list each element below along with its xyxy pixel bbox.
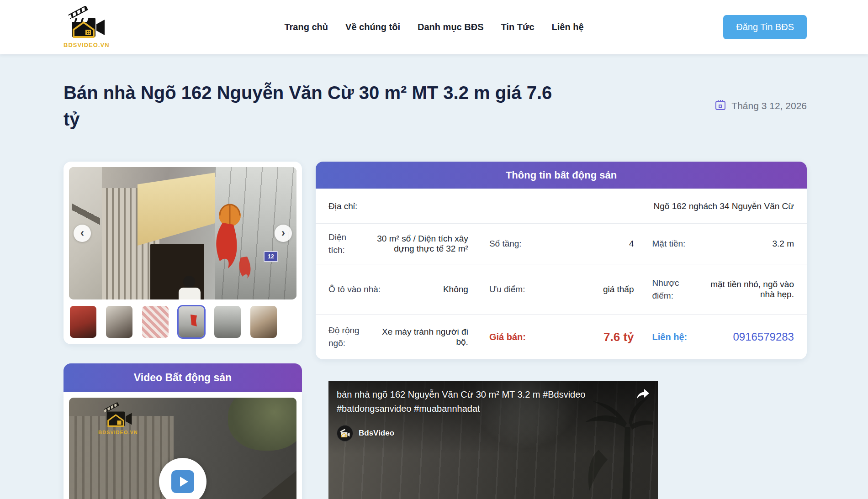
thumbnail-alley-photo xyxy=(214,306,241,338)
gallery-thumbnail[interactable] xyxy=(249,305,278,339)
nav-item-trang-chu[interactable]: Trang chủ xyxy=(284,22,328,32)
nav-item-danh-muc-bds[interactable]: Danh mục BĐS xyxy=(418,22,483,32)
property-info-card: Thông tin bất động sản Địa chỉ: Ngõ 162 … xyxy=(316,162,807,359)
video-card: BDSVIDEO.VN xyxy=(64,392,302,499)
facade-label: Mặt tiền: xyxy=(652,239,686,249)
property-info-header: Thông tin bất động sản xyxy=(316,162,807,189)
price-label: Giá bán: xyxy=(489,332,526,342)
youtube-channel-row[interactable]: BdsVideo xyxy=(337,425,394,441)
contact-label: Liên hệ: xyxy=(652,332,688,342)
alley-width-label: Độ rộng ngõ: xyxy=(328,324,373,349)
video-still-foliage xyxy=(228,398,296,451)
video-player[interactable]: BDSVIDEO.VN xyxy=(69,398,296,499)
car-access-cell: Ô tô vào nhà: Không xyxy=(328,284,473,294)
nav-item-ve-chung-toi[interactable]: Về chúng tôi xyxy=(345,22,400,32)
thumbnail-bedroom-photo xyxy=(142,306,169,338)
clapperboard-house-logo-icon xyxy=(67,6,106,41)
info-row-area-floors-facade: Diện tích: 30 m² sổ / Diện tích xây dựng… xyxy=(316,223,807,264)
play-icon xyxy=(171,470,194,493)
pros-label: Ưu điểm: xyxy=(489,284,525,294)
site-header: BDSVIDEO.VN Trang chủ Về chúng tôi Danh … xyxy=(0,0,868,54)
carousel-prev-button[interactable]: ‹ xyxy=(74,225,91,242)
area-label: Diện tích: xyxy=(328,231,353,256)
publish-date-text: Tháng 3 12, 2026 xyxy=(731,100,807,111)
facade-value: 3.2 m xyxy=(772,239,794,249)
title-row: Bán nhà Ngõ 162 Nguyễn Văn Cừ 30 m² MT 3… xyxy=(0,79,868,132)
alley-width-value: Xe máy tránh người đi bộ. xyxy=(378,327,468,347)
pros-value: giá thấp xyxy=(603,284,634,294)
price-value: 7.6 tỷ xyxy=(603,330,634,344)
video-section-header: Video Bất động sản xyxy=(64,363,302,392)
contact-phone-number[interactable]: 0916579283 xyxy=(733,331,794,343)
main-nav: Trang chủ Về chúng tôi Danh mục BĐS Tin … xyxy=(284,22,583,32)
left-column: 12 ‹ › Video Bất động sản xyxy=(64,162,302,499)
gallery-main-image[interactable]: 12 ‹ › xyxy=(69,167,296,299)
brand-name: BDSVIDEO.VN xyxy=(64,42,110,48)
photo-person-shirt xyxy=(179,288,201,299)
alley-width-cell: Độ rộng ngõ: Xe máy tránh người đi bộ. xyxy=(328,324,473,349)
floors-cell: Số tầng: 4 xyxy=(473,239,636,249)
gallery-thumbnail[interactable] xyxy=(69,305,97,339)
info-row-car-pros-cons: Ô tô vào nhà: Không Ưu điểm: giá thấp Nh… xyxy=(316,264,807,314)
post-listing-button[interactable]: Đăng Tin BĐS xyxy=(723,15,807,39)
thumbnail-alley-flag-photo xyxy=(179,306,204,337)
right-column: Thông tin bất động sản Địa chỉ: Ngõ 162 … xyxy=(316,162,807,499)
carousel-next-button[interactable]: › xyxy=(275,225,292,242)
calendar-icon xyxy=(715,99,726,113)
channel-avatar xyxy=(337,425,353,441)
info-row-address: Địa chỉ: Ngõ 162 nghách 34 Nguyễn Văn Cừ xyxy=(316,189,807,223)
watermark-text: BDSVIDEO.VN xyxy=(98,430,138,435)
address-label: Địa chỉ: xyxy=(328,201,357,211)
youtube-video-title[interactable]: bán nhà ngõ 162 Nguyễn Văn Cừ 30 m² MT 3… xyxy=(337,388,626,416)
share-icon[interactable] xyxy=(636,389,650,402)
content-grid: 12 ‹ › Video Bất động sản xyxy=(0,162,868,499)
gallery-thumbnail[interactable] xyxy=(141,305,169,339)
photo-gallery-card: 12 ‹ › xyxy=(64,162,302,344)
info-row-alley-price-contact: Độ rộng ngõ: Xe máy tránh người đi bộ. G… xyxy=(316,314,807,359)
cons-value: mặt tiền nhỏ, ngõ vào nhà hẹp. xyxy=(698,279,794,299)
thumbnail-flag-detail xyxy=(191,315,197,326)
area-value: 30 m² sổ / Diện tích xây dựng thực tế 32… xyxy=(357,234,468,254)
thumbnail-interior-photo xyxy=(250,306,277,338)
photo-person xyxy=(183,276,195,288)
chevron-right-icon: › xyxy=(281,227,285,238)
cons-cell: Nhược điểm: mặt tiền nhỏ, ngõ vào nhà hẹ… xyxy=(636,277,794,302)
address-value: Ngõ 162 nghách 34 Nguyễn Văn Cừ xyxy=(654,201,794,211)
floors-label: Số tầng: xyxy=(489,239,522,249)
facade-cell: Mặt tiền: 3.2 m xyxy=(636,239,794,249)
contact-cell: Liên hệ: 0916579283 xyxy=(636,331,794,343)
area-cell: Diện tích: 30 m² sổ / Diện tích xây dựng… xyxy=(328,231,473,256)
pros-cell: Ưu điểm: giá thấp xyxy=(473,284,636,294)
car-access-label: Ô tô vào nhà: xyxy=(328,284,381,294)
publish-date: Tháng 3 12, 2026 xyxy=(715,99,807,113)
page-title: Bán nhà Ngõ 162 Nguyễn Văn Cừ 30 m² MT 3… xyxy=(64,79,557,132)
channel-name: BdsVideo xyxy=(359,429,394,438)
thumbnail-livingroom-photo xyxy=(106,306,132,338)
play-button[interactable] xyxy=(159,458,206,499)
price-cell: Giá bán: 7.6 tỷ xyxy=(473,330,636,344)
site-logo[interactable]: BDSVIDEO.VN xyxy=(64,6,110,48)
gallery-thumbnails xyxy=(69,305,296,339)
gallery-thumbnail[interactable] xyxy=(213,305,242,339)
nav-item-lien-he[interactable]: Liên hệ xyxy=(552,22,584,32)
video-still-roof xyxy=(228,471,296,499)
thumbnail-altar-photo xyxy=(70,306,96,338)
car-access-value: Không xyxy=(443,284,468,294)
video-section: Video Bất động sản xyxy=(64,363,302,499)
chevron-left-icon: ‹ xyxy=(80,227,84,238)
clapperboard-house-logo-icon xyxy=(103,402,132,430)
house-number-plaque: 12 xyxy=(264,251,278,262)
video-watermark-logo: BDSVIDEO.VN xyxy=(98,402,138,435)
gallery-thumbnail[interactable] xyxy=(177,305,206,339)
nav-item-tin-tuc[interactable]: Tin Tức xyxy=(501,22,535,32)
youtube-embed[interactable]: bán nhà ngõ 162 Nguyễn Văn Cừ 30 m² MT 3… xyxy=(328,381,658,499)
gallery-thumbnail[interactable] xyxy=(105,305,133,339)
floors-value: 4 xyxy=(629,239,634,249)
cons-label: Nhược điểm: xyxy=(652,277,693,302)
